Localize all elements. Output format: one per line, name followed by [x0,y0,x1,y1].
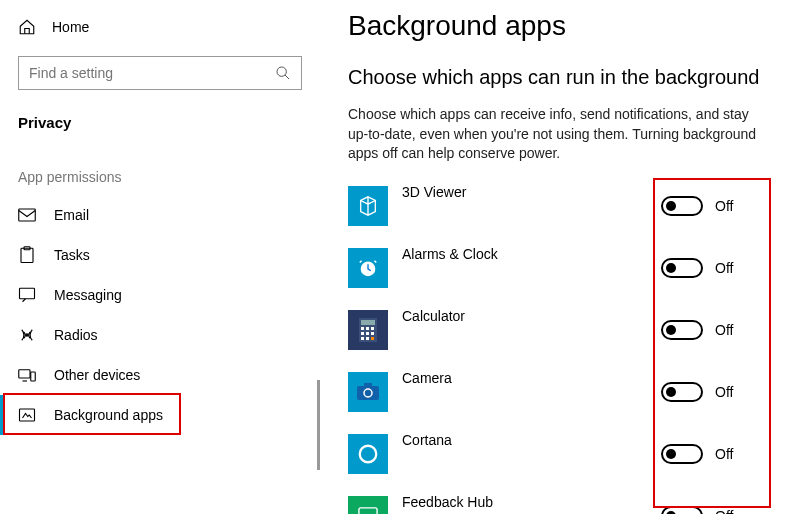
sidebar-item-label: Messaging [54,287,122,303]
page-description: Choose which apps can receive info, send… [348,105,761,164]
sidebar-item-messaging[interactable]: Messaging [0,275,320,315]
toggle-3d-viewer[interactable] [661,196,703,216]
app-icon-calculator [348,310,388,350]
radios-icon [18,326,36,344]
svg-rect-21 [357,386,379,400]
toggle-state: Off [715,198,733,214]
svg-rect-14 [371,327,374,330]
app-name: Feedback Hub [402,494,661,510]
sidebar-item-label: Email [54,207,89,223]
toggle-state: Off [715,446,733,462]
toggle-cortana[interactable] [661,444,703,464]
svg-rect-23 [364,383,372,387]
sidebar-item-label: Tasks [54,247,90,263]
app-row-alarms: Alarms & Clock Off [348,248,761,288]
section-label: App permissions [0,139,320,195]
toggle-camera[interactable] [661,382,703,402]
sidebar-item-tasks[interactable]: Tasks [0,235,320,275]
svg-rect-12 [361,327,364,330]
app-row-feedback: Feedback Hub Off [348,496,761,514]
background-apps-icon [18,406,36,424]
app-icon-3d-viewer [348,186,388,226]
sidebar-item-radios[interactable]: Radios [0,315,320,355]
home-icon [18,18,36,36]
svg-rect-15 [361,332,364,335]
nav-home[interactable]: Home [0,10,320,44]
app-name: Alarms & Clock [402,246,661,262]
app-name: Cortana [402,432,661,448]
search-icon [275,65,291,81]
nav-home-label: Home [52,19,89,35]
svg-rect-4 [20,288,35,299]
toggle-state: Off [715,384,733,400]
app-icon-cortana [348,434,388,474]
svg-rect-13 [366,327,369,330]
app-name: 3D Viewer [402,184,661,200]
page-subheading: Choose which apps can run in the backgro… [348,66,761,89]
svg-rect-16 [366,332,369,335]
app-icon-feedback [348,496,388,514]
search-box[interactable] [18,56,302,90]
app-icon-camera [348,372,388,412]
svg-point-0 [277,67,286,76]
sidebar-item-label: Other devices [54,367,140,383]
tasks-icon [18,246,36,264]
svg-rect-2 [21,248,33,262]
svg-point-24 [360,446,377,463]
svg-rect-17 [371,332,374,335]
category-title: Privacy [0,102,320,139]
app-list: 3D Viewer Off Alarms & Clock Off Calcula… [348,186,761,514]
devices-icon [18,366,36,384]
app-row-camera: Camera Off [348,372,761,412]
toggle-alarms[interactable] [661,258,703,278]
app-name: Camera [402,370,661,386]
sidebar-item-label: Background apps [54,407,163,423]
svg-rect-18 [361,337,364,340]
search-input[interactable] [29,65,275,81]
sidebar-item-label: Radios [54,327,98,343]
sidebar-item-other-devices[interactable]: Other devices [0,355,320,395]
sidebar-item-email[interactable]: Email [0,195,320,235]
email-icon [18,206,36,224]
app-row-calculator: Calculator Off [348,310,761,350]
toggle-feedback[interactable] [661,506,703,514]
app-row-3d-viewer: 3D Viewer Off [348,186,761,226]
svg-rect-6 [19,370,30,378]
toggle-state: Off [715,322,733,338]
toggle-calculator[interactable] [661,320,703,340]
svg-rect-7 [31,372,36,381]
sidebar-item-background-apps[interactable]: Background apps [0,395,320,435]
app-name: Calculator [402,308,661,324]
sidebar: Home Privacy App permissions Email Tasks… [0,0,320,514]
svg-point-5 [26,334,28,336]
svg-rect-11 [361,320,375,325]
app-row-cortana: Cortana Off [348,434,761,474]
svg-rect-1 [19,209,36,221]
svg-rect-25 [359,508,377,514]
toggle-state: Off [715,508,733,514]
main-content: Background apps Choose which apps can ru… [320,0,791,514]
toggle-state: Off [715,260,733,276]
messaging-icon [18,286,36,304]
page-title: Background apps [348,10,761,42]
app-icon-alarms [348,248,388,288]
svg-rect-20 [371,337,374,340]
svg-rect-19 [366,337,369,340]
